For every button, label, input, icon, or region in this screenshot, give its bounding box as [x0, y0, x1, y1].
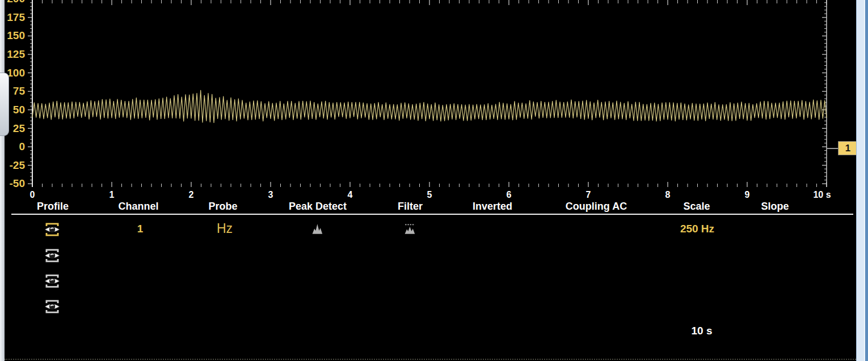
scale-value[interactable]: 250 Hz	[652, 223, 743, 235]
eye-icon	[44, 248, 61, 263]
peak-detect-icon[interactable]	[311, 223, 324, 235]
profile-visibility-toggle[interactable]	[44, 274, 61, 288]
column-header-channel: Channel	[90, 201, 187, 212]
x-tick-label: 3	[254, 189, 288, 201]
column-header-slope: Slope	[727, 201, 823, 212]
eye-icon	[44, 274, 61, 288]
channel-1-badge[interactable]: 1	[838, 141, 858, 155]
x-tick-label: 0	[15, 189, 49, 201]
x-tick-label: 9	[730, 189, 764, 201]
x-tick-label: 4	[333, 189, 367, 201]
column-header-coupling-ac: Coupling AC	[548, 201, 644, 212]
bottom-divider	[5, 359, 856, 360]
column-header-probe: Probe	[175, 201, 271, 212]
x-tick-label: 8	[651, 189, 685, 201]
profile-visibility-toggle[interactable]	[44, 248, 61, 263]
probe-unit[interactable]: Hz	[208, 221, 242, 236]
header-divider	[11, 214, 853, 215]
oscilloscope-window: 200 175 150 125 100 75 50 25 0 -25 -50 0…	[0, 0, 868, 361]
panel-drag-handle[interactable]	[0, 73, 9, 136]
x-tick-label: 7	[571, 189, 605, 201]
column-header-inverted: Inverted	[444, 201, 541, 212]
column-header-peak-detect: Peak Detect	[269, 201, 366, 212]
filter-icon[interactable]	[404, 223, 416, 235]
x-tick-label: 6	[492, 189, 526, 201]
x-tick-label: 10 s	[802, 189, 842, 201]
profile-visibility-toggle[interactable]	[44, 299, 61, 314]
x-tick-label: 1	[95, 189, 129, 201]
profile-visibility-toggle[interactable]	[44, 222, 61, 237]
channel-number[interactable]: 1	[123, 223, 157, 235]
left-panel-edge	[0, 0, 5, 361]
timebase-value[interactable]: 10 s	[668, 325, 736, 337]
waveform-canvas[interactable]	[0, 0, 868, 187]
eye-icon	[44, 222, 61, 237]
x-tick-label: 2	[174, 189, 208, 201]
right-window-edge-scrollbar[interactable]	[856, 0, 868, 361]
eye-icon	[44, 299, 61, 314]
column-header-profile: Profile	[5, 201, 101, 212]
x-tick-label: 5	[412, 189, 446, 201]
